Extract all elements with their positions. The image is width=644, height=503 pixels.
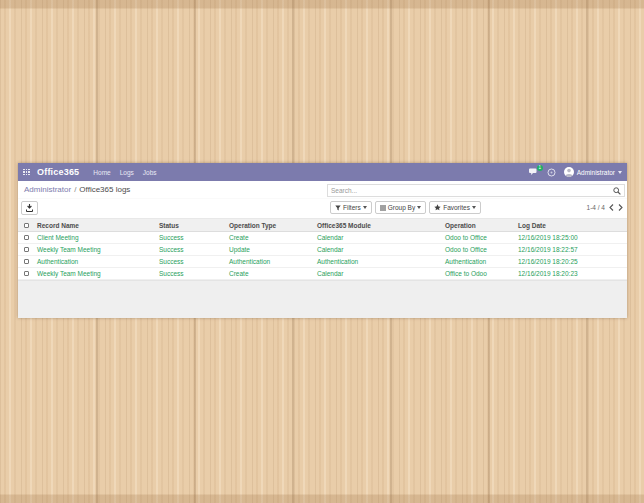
breadcrumb-separator: / — [74, 185, 76, 194]
row-checkbox-cell — [18, 232, 34, 244]
apps-grid-icon[interactable] — [23, 169, 30, 176]
table-cell[interactable]: Odoo to Office — [442, 232, 515, 244]
select-all-cell — [18, 219, 34, 232]
table-cell[interactable]: 12/16/2019 18:20:23 — [515, 268, 627, 280]
row-checkbox[interactable] — [24, 271, 29, 276]
control-row: Filters Group By Favorites 1-4 / 4 — [18, 199, 627, 216]
filters-label: Filters — [343, 204, 361, 211]
table-row[interactable]: AuthenticationSuccessAuthenticationAuthe… — [18, 256, 627, 268]
table-cell[interactable]: Calendar — [314, 244, 442, 256]
favorites-label: Favorites — [443, 204, 470, 211]
table-cell[interactable]: Success — [156, 232, 226, 244]
user-name: Administrator — [577, 169, 615, 176]
row-checkbox[interactable] — [24, 247, 29, 252]
systray: 1 Administrator — [529, 167, 622, 177]
column-header-record-name[interactable]: Record Name — [34, 219, 156, 232]
nav-item-logs[interactable]: Logs — [120, 169, 134, 176]
table-row[interactable]: Client MeetingSuccessCreateCalendarOdoo … — [18, 232, 627, 244]
table-cell[interactable]: Client Meeting — [34, 232, 156, 244]
row-checkbox[interactable] — [24, 259, 29, 264]
messages-button[interactable]: 1 — [529, 168, 539, 176]
avatar — [564, 167, 574, 177]
table-row[interactable]: Weekly Team MeetingSuccessUpdateCalendar… — [18, 244, 627, 256]
filter-funnel-icon — [335, 205, 341, 211]
column-header-operation-type[interactable]: Operation Type — [226, 219, 314, 232]
export-button[interactable] — [21, 201, 38, 215]
table-cell[interactable]: Authentication — [34, 256, 156, 268]
app-window: Office365 Home Logs Jobs 1 Ad — [18, 163, 627, 318]
breadcrumb-row: Administrator / Office365 logs — [18, 181, 627, 199]
brand-logo[interactable]: Office365 — [37, 167, 79, 177]
table-cell[interactable]: Update — [226, 244, 314, 256]
table-cell[interactable]: Create — [226, 268, 314, 280]
favorites-button[interactable]: Favorites — [429, 201, 481, 214]
pager-previous-button[interactable] — [609, 204, 614, 211]
search-input[interactable] — [331, 187, 613, 194]
user-menu[interactable]: Administrator — [564, 167, 622, 177]
column-header-status[interactable]: Status — [156, 219, 226, 232]
star-icon — [434, 204, 441, 211]
table-header-row: Record Name Status Operation Type Office… — [18, 219, 627, 232]
table-cell[interactable]: Office to Odoo — [442, 268, 515, 280]
table-row[interactable]: Weekly Team MeetingSuccessCreateCalendar… — [18, 268, 627, 280]
group-by-icon — [380, 205, 386, 211]
search-box — [327, 184, 625, 197]
breadcrumb-current: Office365 logs — [79, 185, 130, 194]
chevron-down-icon — [417, 206, 421, 209]
row-checkbox-cell — [18, 244, 34, 256]
filters-button[interactable]: Filters — [330, 201, 372, 214]
table-cell[interactable]: Authentication — [314, 256, 442, 268]
row-checkbox-cell — [18, 256, 34, 268]
select-all-checkbox[interactable] — [24, 223, 29, 228]
table-cell[interactable]: Weekly Team Meeting — [34, 244, 156, 256]
download-icon — [26, 204, 33, 212]
message-count-badge: 1 — [537, 165, 543, 171]
list-view: Record Name Status Operation Type Office… — [18, 218, 627, 280]
table-cell[interactable]: Create — [226, 232, 314, 244]
search-facet-buttons: Filters Group By Favorites — [330, 201, 481, 214]
table-cell[interactable]: Weekly Team Meeting — [34, 268, 156, 280]
table-body: Client MeetingSuccessCreateCalendarOdoo … — [18, 232, 627, 280]
table-cell[interactable]: 12/16/2019 18:25:00 — [515, 232, 627, 244]
table-cell[interactable]: Success — [156, 256, 226, 268]
top-navbar: Office365 Home Logs Jobs 1 Ad — [18, 163, 627, 181]
row-checkbox-cell — [18, 268, 34, 280]
pager-next-button[interactable] — [618, 204, 623, 211]
table-cell[interactable]: Odoo to Office — [442, 244, 515, 256]
chevron-down-icon — [363, 206, 367, 209]
table-cell[interactable]: 12/16/2019 18:20:25 — [515, 256, 627, 268]
table-cell[interactable]: Success — [156, 268, 226, 280]
table-cell[interactable]: Success — [156, 244, 226, 256]
table-cell[interactable]: Calendar — [314, 268, 442, 280]
chevron-down-icon — [472, 206, 476, 209]
column-header-log-date[interactable]: Log Date — [515, 219, 627, 232]
column-header-operation[interactable]: Operation — [442, 219, 515, 232]
nav-item-home[interactable]: Home — [93, 169, 110, 176]
content-filler — [18, 280, 627, 318]
table-cell[interactable]: 12/16/2019 18:22:57 — [515, 244, 627, 256]
wood-background: Office365 Home Logs Jobs 1 Ad — [0, 0, 644, 503]
chevron-down-icon — [618, 171, 622, 174]
nav-item-jobs[interactable]: Jobs — [143, 169, 157, 176]
pager-range: 1-4 / 4 — [587, 204, 605, 211]
search-icon[interactable] — [613, 187, 621, 195]
pager: 1-4 / 4 — [587, 204, 623, 211]
group-by-button[interactable]: Group By — [375, 201, 426, 214]
logs-table: Record Name Status Operation Type Office… — [18, 218, 627, 280]
table-cell[interactable]: Authentication — [226, 256, 314, 268]
group-by-label: Group By — [388, 204, 415, 211]
table-cell[interactable]: Calendar — [314, 232, 442, 244]
activity-icon[interactable] — [547, 168, 556, 177]
breadcrumb-parent-link[interactable]: Administrator — [24, 185, 71, 194]
row-checkbox[interactable] — [24, 235, 29, 240]
table-cell[interactable]: Authentication — [442, 256, 515, 268]
column-header-office365-module[interactable]: Office365 Module — [314, 219, 442, 232]
